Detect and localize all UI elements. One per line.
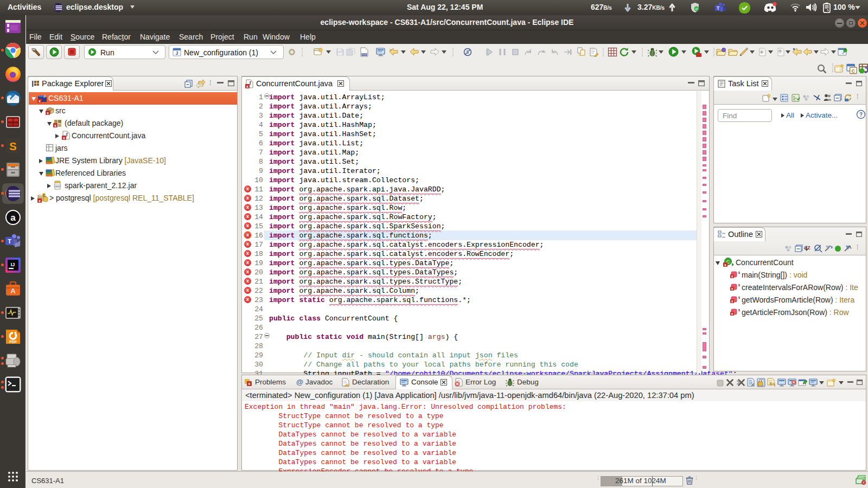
svg-text:x: x	[248, 382, 251, 386]
svg-text:x: x	[246, 85, 248, 88]
svg-text:S: S	[9, 140, 16, 152]
svg-text:C: C	[852, 68, 855, 74]
svg-text:s: s	[738, 270, 741, 275]
svg-text:x: x	[39, 99, 41, 103]
svg-text:T: T	[8, 238, 11, 245]
svg-text:010: 010	[362, 53, 366, 56]
svg-text:x: x	[731, 274, 733, 278]
svg-text:s: s	[738, 307, 741, 312]
svg-text:J: J	[43, 94, 46, 99]
svg-text:x: x	[47, 111, 49, 115]
svg-text:s: s	[738, 282, 741, 287]
svg-text:x: x	[39, 199, 41, 203]
svg-text:A: A	[10, 287, 16, 295]
svg-text:010: 010	[56, 185, 60, 188]
svg-text:x: x	[731, 287, 733, 291]
svg-text:x: x	[731, 299, 733, 303]
svg-text:PDF: PDF	[9, 340, 17, 344]
svg-text:x: x	[731, 312, 733, 316]
svg-text:x: x	[54, 124, 56, 127]
svg-text:s: s	[738, 295, 741, 300]
svg-text:IJ: IJ	[11, 262, 15, 267]
svg-text:a: a	[10, 213, 16, 223]
svg-text:T: T	[717, 5, 720, 11]
svg-text:L: L	[850, 245, 852, 249]
svg-text:C: C	[43, 194, 46, 197]
svg-text:s: s	[831, 245, 833, 249]
svg-text:J: J	[175, 51, 178, 56]
svg-text:x: x	[63, 136, 65, 140]
svg-text:?: ?	[859, 112, 863, 118]
svg-text:x: x	[724, 263, 726, 267]
